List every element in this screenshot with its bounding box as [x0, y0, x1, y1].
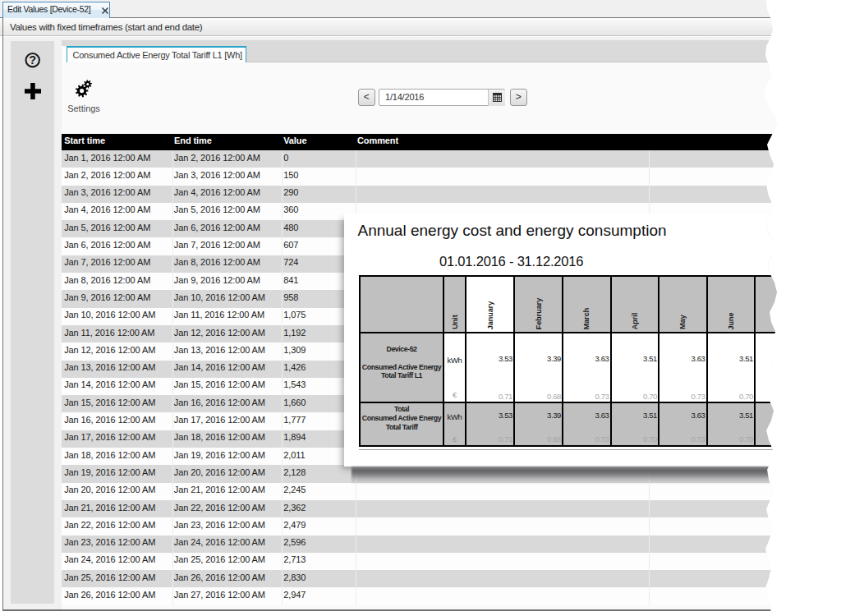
svg-text:?: ?	[29, 53, 36, 67]
